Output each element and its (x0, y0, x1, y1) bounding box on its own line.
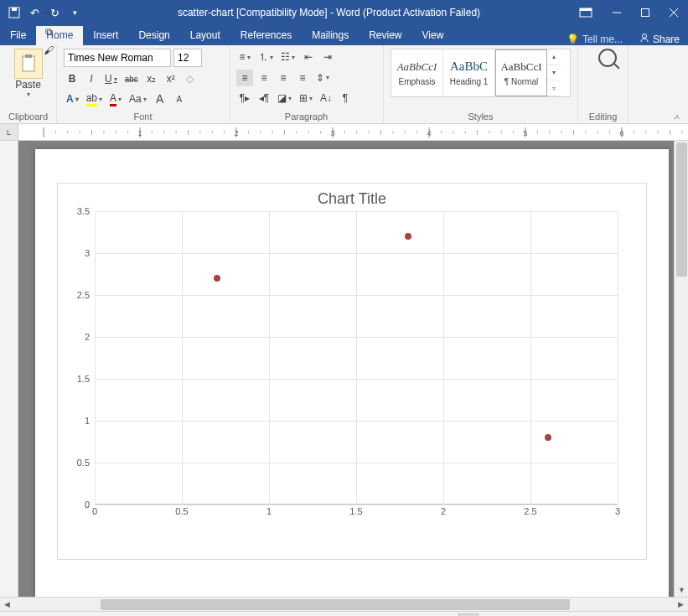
ruler-horizontal[interactable]: L 1234567 (0, 124, 688, 141)
styles-gallery-more[interactable]: ▴▾▿ (547, 49, 561, 96)
rtl-button[interactable]: ◂¶ (256, 90, 272, 106)
y-tick: 2.5 (77, 290, 95, 300)
scroll-down-icon[interactable]: ▼ (675, 582, 688, 597)
superscript-button[interactable]: x² (163, 70, 179, 87)
share-button[interactable]: Share (631, 33, 688, 45)
tab-file[interactable]: File (0, 26, 36, 45)
minimize-button[interactable] (603, 0, 631, 25)
italic-button[interactable]: I (83, 70, 100, 87)
grow-font-button[interactable]: A (152, 91, 168, 107)
numbering-button[interactable]: ⒈ (256, 49, 276, 65)
print-layout-button[interactable]: ▤ (458, 613, 478, 617)
vertical-scrollbar[interactable]: ▲ ▼ (674, 141, 688, 597)
font-name-combo[interactable]: Times New Roman (64, 49, 171, 67)
align-left-button[interactable]: ≡ (236, 70, 253, 86)
chart-title[interactable]: Chart Title (58, 184, 646, 211)
tab-review[interactable]: Review (359, 26, 411, 45)
styles-gallery[interactable]: AaBbCcI Emphasis AaBbC Heading 1 AaBbCcI… (391, 49, 571, 97)
underline-button[interactable]: U (102, 70, 120, 87)
style-heading1[interactable]: AaBbC Heading 1 (443, 49, 495, 96)
y-tick: 1 (85, 416, 95, 426)
save-icon[interactable] (5, 3, 23, 22)
ribbon-display-options-icon[interactable] (569, 0, 603, 25)
scroll-thumb[interactable] (676, 142, 687, 277)
line-spacing-button[interactable]: ⇕ (313, 70, 332, 86)
tab-references[interactable]: References (230, 26, 302, 45)
scroll-left-icon[interactable]: ◀ (0, 598, 14, 612)
web-layout-button[interactable]: ▦ (479, 613, 499, 617)
y-tick: 1.5 (77, 374, 95, 384)
svg-rect-9 (23, 56, 34, 71)
close-button[interactable] (660, 0, 688, 25)
tab-view[interactable]: View (412, 26, 454, 45)
tab-mailings[interactable]: Mailings (302, 26, 359, 45)
format-painter-button[interactable]: 🖌 (40, 42, 57, 59)
show-marks-button[interactable]: ¶ (337, 90, 354, 106)
tab-layout[interactable]: Layout (180, 26, 230, 45)
align-right-button[interactable]: ≡ (275, 70, 292, 86)
svg-text:1: 1 (137, 129, 142, 137)
group-editing-label: Editing (585, 111, 621, 122)
style-normal[interactable]: AaBbCcI ¶ Normal (495, 49, 547, 96)
font-size-combo[interactable]: 12 (173, 49, 202, 67)
status-bar: Page 1 of 1 0 words ☑ English (United St… (0, 611, 688, 616)
bullets-button[interactable]: ≡ (236, 49, 253, 65)
qat-customize-icon[interactable]: ▾ (65, 3, 84, 22)
justify-button[interactable]: ≡ (294, 70, 311, 86)
group-paragraph: ≡ ⒈ ☷ ⇤ ⇥ ≡ ≡ ≡ ≡ ⇕ ¶▸ ◂¶ ◪ ⊞ A↓ ¶ Parag… (230, 45, 384, 123)
data-point[interactable] (405, 233, 411, 240)
data-point[interactable] (545, 434, 551, 441)
text-effects-button[interactable]: A (64, 91, 81, 107)
tab-insert[interactable]: Insert (83, 26, 128, 45)
svg-rect-3 (580, 8, 592, 11)
clear-formatting-button[interactable]: ◇ (182, 70, 199, 87)
shrink-font-button[interactable]: A (171, 91, 188, 107)
tell-me-search[interactable]: 💡 Tell me... (558, 34, 631, 45)
maximize-button[interactable] (631, 0, 660, 25)
copy-button[interactable]: ⧉ (40, 23, 57, 40)
svg-text:3: 3 (330, 129, 334, 137)
decrease-indent-button[interactable]: ⇤ (300, 49, 317, 65)
y-tick: 3 (85, 248, 95, 258)
style-name: Emphasis (399, 77, 436, 86)
increase-indent-button[interactable]: ⇥ (319, 49, 336, 65)
group-font-label: Font (64, 111, 222, 122)
document-page[interactable]: Chart Title 00.511.522.5300.511.522.533.… (35, 149, 669, 597)
lightbulb-icon: 💡 (566, 34, 579, 45)
style-emphasis[interactable]: AaBbCcI Emphasis (391, 49, 443, 96)
tab-design[interactable]: Design (128, 26, 179, 45)
group-editing: Editing (578, 45, 629, 123)
svg-text:5: 5 (523, 129, 527, 137)
align-center-button[interactable]: ≡ (256, 70, 272, 86)
sort-button[interactable]: A↓ (318, 90, 334, 106)
x-tick: 3 (615, 506, 620, 516)
multilevel-button[interactable]: ☷ (278, 49, 297, 65)
chart-object[interactable]: Chart Title 00.511.522.5300.511.522.533.… (57, 183, 647, 560)
group-paragraph-label: Paragraph (236, 111, 376, 122)
find-button[interactable] (585, 49, 630, 67)
ruler-vertical[interactable] (0, 141, 18, 597)
svg-text:4: 4 (427, 129, 431, 137)
shading-button[interactable]: ◪ (275, 90, 294, 106)
read-mode-button[interactable]: ▭ (437, 613, 458, 617)
document-viewport[interactable]: Chart Title 00.511.522.5300.511.522.533.… (18, 141, 688, 597)
cut-button[interactable]: ✂ (40, 5, 57, 22)
font-color-button[interactable]: A (107, 91, 124, 107)
data-point[interactable] (214, 275, 220, 282)
y-tick: 0.5 (77, 458, 95, 468)
ltr-button[interactable]: ¶▸ (236, 90, 253, 106)
collapse-ribbon-icon[interactable]: ㅅ (673, 111, 681, 123)
scroll-thumb-h[interactable] (101, 599, 570, 610)
change-case-button[interactable]: Aa (127, 91, 149, 107)
y-tick: 3.5 (77, 206, 95, 216)
horizontal-scrollbar[interactable]: ◀ ▶ (0, 597, 688, 611)
subscript-button[interactable]: x₂ (143, 70, 160, 87)
borders-button[interactable]: ⊞ (297, 90, 315, 106)
ruler-h-scale: 1234567 (18, 124, 688, 140)
highlight-button[interactable]: ab (84, 91, 105, 107)
scroll-right-icon[interactable]: ▶ (674, 598, 688, 612)
bold-button[interactable]: B (64, 70, 80, 87)
strikethrough-button[interactable]: abc (122, 70, 141, 87)
chart-plot-area[interactable]: 00.511.522.5300.511.522.533.5 (95, 211, 629, 521)
tab-selector[interactable]: L (0, 124, 18, 140)
